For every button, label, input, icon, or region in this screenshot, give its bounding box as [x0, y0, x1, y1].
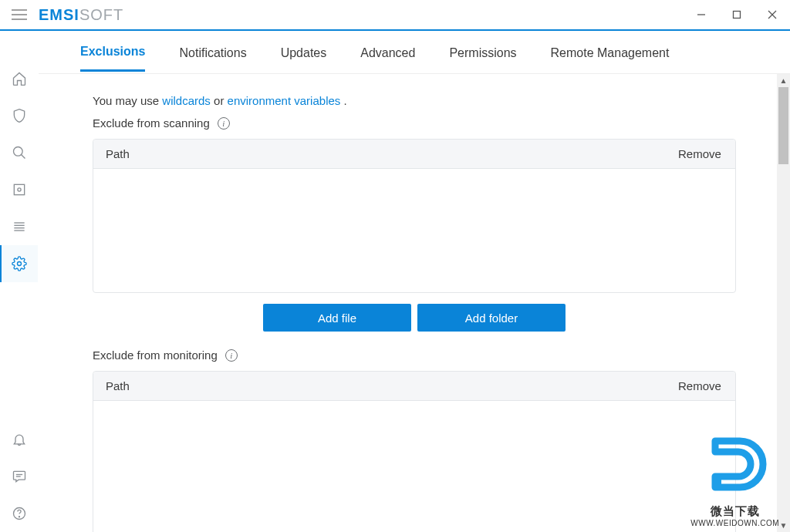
- info-icon[interactable]: i: [225, 349, 238, 362]
- scanning-list-body: [93, 169, 735, 292]
- menu-icon[interactable]: [0, 9, 39, 20]
- scroll-thumb[interactable]: [778, 87, 788, 164]
- add-file-button[interactable]: Add file: [263, 304, 411, 332]
- monitoring-list-body: [93, 401, 735, 532]
- hint-text: You may use wildcards or environment var…: [93, 94, 736, 107]
- svg-rect-6: [14, 184, 24, 194]
- brand-logo: EMSISOFT: [39, 6, 123, 24]
- exclude-scanning-label: Exclude from scanning i: [93, 116, 736, 130]
- settings-icon[interactable]: [0, 245, 38, 282]
- svg-point-4: [14, 147, 23, 157]
- col-remove[interactable]: Remove: [666, 372, 735, 400]
- monitoring-list: Path Remove: [93, 371, 736, 532]
- tab-exclusions[interactable]: Exclusions: [80, 32, 145, 72]
- window-controls: [684, 0, 790, 30]
- minimize-button[interactable]: [684, 0, 719, 30]
- tab-notifications[interactable]: Notifications: [179, 34, 246, 71]
- tabs: Exclusions Notifications Updates Advance…: [39, 31, 790, 74]
- svg-rect-1: [734, 12, 741, 19]
- scrollbar[interactable]: ▲ ▼: [777, 74, 790, 532]
- scroll-up-icon[interactable]: ▲: [777, 74, 790, 87]
- svg-point-12: [18, 262, 22, 266]
- tab-advanced[interactable]: Advanced: [360, 34, 415, 71]
- tab-updates[interactable]: Updates: [281, 34, 327, 71]
- env-vars-link[interactable]: environment variables: [228, 94, 341, 107]
- content: You may use wildcards or environment var…: [39, 74, 790, 532]
- shield-icon[interactable]: [0, 97, 39, 134]
- maximize-button[interactable]: [719, 0, 755, 30]
- home-icon[interactable]: [0, 60, 39, 97]
- sidebar: [0, 31, 39, 532]
- titlebar: EMSISOFT: [0, 0, 790, 31]
- chat-icon[interactable]: [0, 458, 39, 495]
- logs-icon[interactable]: [0, 208, 39, 245]
- col-remove[interactable]: Remove: [666, 140, 735, 168]
- svg-point-7: [18, 188, 21, 191]
- tab-permissions[interactable]: Permissions: [449, 34, 516, 71]
- help-icon[interactable]: [0, 495, 39, 532]
- col-path[interactable]: Path: [93, 140, 666, 168]
- search-icon[interactable]: [0, 134, 39, 171]
- exclude-monitoring-label: Exclude from monitoring i: [93, 348, 736, 362]
- wildcards-link[interactable]: wildcards: [162, 94, 211, 107]
- info-icon[interactable]: i: [218, 117, 230, 130]
- quarantine-icon[interactable]: [0, 171, 39, 208]
- add-folder-button[interactable]: Add folder: [417, 304, 565, 332]
- svg-point-16: [19, 517, 20, 517]
- bell-icon[interactable]: [0, 421, 39, 458]
- svg-line-5: [22, 155, 25, 159]
- scanning-list: Path Remove: [93, 139, 736, 293]
- main-panel: Exclusions Notifications Updates Advance…: [39, 31, 790, 532]
- col-path[interactable]: Path: [93, 372, 666, 400]
- tab-remote[interactable]: Remote Management: [551, 34, 670, 71]
- close-button[interactable]: [755, 0, 790, 30]
- scroll-down-icon[interactable]: ▼: [777, 519, 790, 532]
